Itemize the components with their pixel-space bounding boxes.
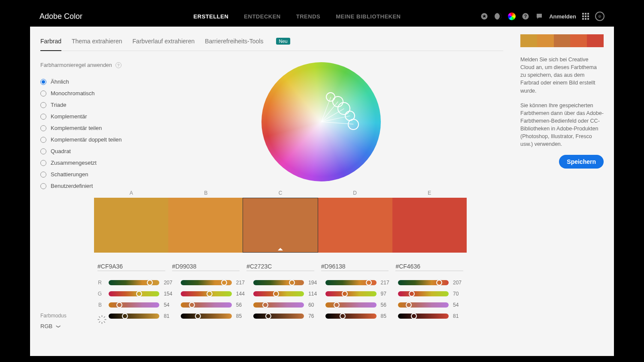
topbar-right: ? Anmelden ⊚ bbox=[480, 12, 605, 21]
mini-swatch[interactable] bbox=[520, 34, 537, 47]
slider-handle[interactable] bbox=[406, 302, 412, 308]
tab-extract-theme[interactable]: Thema extrahieren bbox=[72, 38, 122, 50]
slider-track[interactable] bbox=[253, 280, 304, 285]
star-icon[interactable] bbox=[480, 12, 488, 20]
slider-track[interactable] bbox=[109, 314, 159, 319]
swatch[interactable] bbox=[318, 198, 392, 253]
slider-track[interactable] bbox=[181, 314, 231, 319]
slider-track[interactable] bbox=[109, 280, 159, 285]
nav-trends[interactable]: TRENDS bbox=[296, 13, 320, 20]
color-wheel-icon[interactable] bbox=[508, 12, 516, 20]
slider-track[interactable] bbox=[398, 280, 449, 285]
slider-handle[interactable] bbox=[340, 313, 346, 319]
slider-handle[interactable] bbox=[265, 313, 271, 319]
harmony-option[interactable]: Triade bbox=[40, 99, 122, 111]
slider-handle[interactable] bbox=[147, 280, 153, 286]
slider-value: 70 bbox=[453, 291, 463, 297]
chat-icon[interactable] bbox=[535, 12, 543, 20]
hex-input[interactable] bbox=[321, 262, 389, 271]
help-icon[interactable]: ? bbox=[522, 12, 529, 20]
slider-track[interactable] bbox=[109, 302, 159, 308]
harmony-option-label: Komplementär bbox=[51, 113, 87, 120]
tab-color-wheel[interactable]: Farbrad bbox=[40, 38, 61, 51]
swatch[interactable] bbox=[392, 198, 467, 253]
top-bar: Adobe Color ERSTELLEN ENTDECKEN TRENDS M… bbox=[30, 6, 614, 27]
swatch[interactable] bbox=[243, 198, 318, 253]
harmony-option[interactable]: Komplementär teilen bbox=[40, 122, 122, 134]
slider-handle[interactable] bbox=[122, 313, 128, 319]
slider-track[interactable] bbox=[109, 291, 159, 296]
slider-handle[interactable] bbox=[207, 291, 213, 297]
hex-input[interactable] bbox=[395, 262, 463, 271]
slider-handle[interactable] bbox=[436, 280, 442, 286]
slider-track[interactable] bbox=[325, 291, 376, 296]
brand-logo[interactable]: Adobe Color bbox=[39, 12, 82, 21]
mini-swatch[interactable] bbox=[537, 34, 554, 47]
slider-handle[interactable] bbox=[411, 313, 417, 319]
help-tooltip-icon[interactable]: ? bbox=[115, 62, 122, 68]
slider-track[interactable] bbox=[253, 291, 304, 296]
hex-input[interactable] bbox=[97, 262, 165, 271]
harmony-option-label: Ähnlich bbox=[51, 78, 69, 85]
nav-explore[interactable]: ENTDECKEN bbox=[244, 13, 280, 20]
creative-cloud-icon[interactable]: ⊚ bbox=[595, 12, 605, 21]
slider-handle[interactable] bbox=[116, 302, 122, 308]
slider-handle[interactable] bbox=[273, 291, 279, 297]
slider-track[interactable] bbox=[325, 302, 376, 308]
hex-input[interactable] bbox=[172, 262, 240, 271]
save-button[interactable]: Speichern bbox=[559, 155, 604, 169]
color-mode-select[interactable]: RGB ❯ bbox=[40, 323, 67, 329]
slider-handle[interactable] bbox=[195, 313, 201, 319]
slider-handle[interactable] bbox=[136, 291, 142, 297]
slider-handle[interactable] bbox=[189, 302, 195, 308]
dark-mode-icon[interactable] bbox=[494, 12, 502, 20]
mini-palette[interactable] bbox=[520, 34, 604, 47]
radio-icon bbox=[40, 183, 46, 189]
slider-track[interactable] bbox=[325, 314, 376, 319]
color-wheel[interactable] bbox=[261, 62, 381, 181]
slider-track[interactable] bbox=[398, 314, 449, 319]
slider-handle[interactable] bbox=[289, 280, 295, 286]
slider-track[interactable] bbox=[181, 280, 231, 285]
swatch[interactable] bbox=[168, 198, 243, 253]
slider-handle[interactable] bbox=[409, 291, 415, 297]
harmony-radio-group: ÄhnlichMonochromatischTriadeKomplementär… bbox=[40, 76, 122, 192]
slider-track[interactable] bbox=[181, 302, 231, 308]
slider-track[interactable] bbox=[181, 291, 231, 296]
slider-value: 144 bbox=[236, 291, 246, 297]
slider-track[interactable] bbox=[398, 291, 449, 296]
slider-value: 56 bbox=[236, 302, 246, 308]
slider-handle[interactable] bbox=[334, 302, 340, 308]
slider-handle[interactable] bbox=[221, 280, 227, 286]
harmony-option[interactable]: Ähnlich bbox=[40, 76, 122, 87]
harmony-option[interactable]: Schattierungen bbox=[40, 169, 122, 180]
radio-icon bbox=[40, 90, 46, 97]
harmony-option[interactable]: Quadrat bbox=[40, 145, 122, 157]
harmony-option[interactable]: Komplementär bbox=[40, 111, 122, 122]
harmony-option[interactable]: Monochromatisch bbox=[40, 87, 122, 99]
apps-icon[interactable] bbox=[582, 13, 589, 20]
mini-swatch[interactable] bbox=[587, 34, 604, 47]
nav-create[interactable]: ERSTELLEN bbox=[194, 13, 229, 20]
slider-value: 54 bbox=[164, 302, 174, 308]
slider-handle[interactable] bbox=[366, 280, 372, 286]
slider-value: 56 bbox=[381, 302, 391, 308]
mini-swatch[interactable] bbox=[554, 34, 571, 47]
slider-track[interactable] bbox=[325, 280, 376, 285]
wheel-handle[interactable] bbox=[348, 119, 359, 130]
nav-mylibraries[interactable]: MEINE BIBLIOTHEKEN bbox=[336, 13, 401, 20]
hex-input[interactable] bbox=[246, 262, 314, 271]
slider-handle[interactable] bbox=[342, 291, 348, 297]
slider-track[interactable] bbox=[253, 302, 304, 308]
harmony-option[interactable]: Komplementär doppelt teilen bbox=[40, 134, 122, 145]
signin-link[interactable]: Anmelden bbox=[549, 13, 576, 20]
swatch[interactable] bbox=[94, 198, 168, 253]
slider-track[interactable] bbox=[398, 302, 449, 308]
tab-accessibility[interactable]: Barrierefreiheits-Tools bbox=[205, 38, 263, 50]
tab-extract-gradient[interactable]: Farbverlauf extrahieren bbox=[133, 38, 195, 50]
harmony-option[interactable]: Zusammengesetzt bbox=[40, 157, 122, 169]
radio-icon bbox=[40, 160, 46, 166]
slider-handle[interactable] bbox=[262, 302, 268, 308]
mini-swatch[interactable] bbox=[570, 34, 587, 47]
slider-track[interactable] bbox=[253, 314, 304, 319]
